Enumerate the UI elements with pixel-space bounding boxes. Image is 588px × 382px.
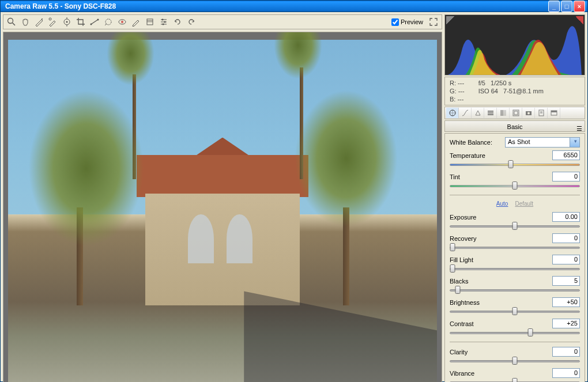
exposure-slider[interactable] xyxy=(450,222,580,230)
preview-checkbox-input[interactable] xyxy=(391,18,399,26)
svg-rect-25 xyxy=(488,112,493,114)
contrast-slider[interactable] xyxy=(450,329,580,337)
tab-detail[interactable] xyxy=(472,108,484,118)
rgb-b: B: --- xyxy=(450,96,465,103)
svg-point-22 xyxy=(163,24,164,25)
clarity-row: Clarity0 xyxy=(450,347,580,365)
vibrance-row: Vibrance0 xyxy=(450,368,580,382)
highlight-clip-icon[interactable] xyxy=(575,16,583,24)
svg-point-21 xyxy=(164,21,166,23)
panel-header: Basic ☰ xyxy=(444,120,585,132)
camera-raw-window: Camera Raw 5.5 - Sony DSC-F828 _ □ × xyxy=(0,0,588,382)
white-balance-tool-icon[interactable] xyxy=(33,16,46,28)
svg-point-0 xyxy=(8,18,13,24)
graduated-filter-icon[interactable] xyxy=(144,16,156,28)
left-column: Preview − + 24% DSC02631.SRF xyxy=(3,14,442,382)
clarity-slider[interactable] xyxy=(450,357,580,365)
recovery-slider[interactable] xyxy=(450,244,580,252)
aperture: f/5 xyxy=(478,80,485,86)
temperature-row: Temperature6550 xyxy=(450,150,580,169)
svg-point-3 xyxy=(49,18,51,20)
brightness-value[interactable]: +50 xyxy=(552,297,580,307)
svg-point-32 xyxy=(527,112,530,115)
clarity-value[interactable]: 0 xyxy=(552,347,580,357)
svg-rect-28 xyxy=(503,110,506,116)
rotate-ccw-icon[interactable] xyxy=(171,16,184,28)
histogram[interactable] xyxy=(444,14,585,75)
white-balance-select[interactable]: As Shot xyxy=(505,137,580,147)
spot-removal-icon[interactable] xyxy=(102,16,115,28)
tab-split[interactable] xyxy=(497,108,510,118)
panel-tabs xyxy=(444,107,585,119)
window-title: Camera Raw 5.5 - Sony DSC-F828 xyxy=(3,2,547,10)
right-panel: R: --- G: --- B: --- f/5 1/250 s ISO 64 … xyxy=(444,14,585,382)
vibrance-slider[interactable] xyxy=(450,379,580,382)
tint-slider[interactable] xyxy=(450,182,580,190)
temperature-value[interactable]: 6550 xyxy=(552,150,580,160)
fullscreen-icon[interactable] xyxy=(427,16,440,28)
recovery-row: Recovery0 xyxy=(450,233,580,252)
svg-point-2 xyxy=(42,18,43,20)
svg-point-10 xyxy=(97,19,99,21)
tab-curve[interactable] xyxy=(459,108,472,118)
preview-checkbox[interactable]: Preview xyxy=(391,18,423,26)
adjustment-brush-icon[interactable] xyxy=(130,16,142,28)
rgb-g: G: --- xyxy=(450,88,465,94)
redeye-tool-icon[interactable] xyxy=(116,16,129,28)
tab-lens[interactable] xyxy=(510,108,522,118)
shutter: 1/250 s xyxy=(491,80,511,86)
brightness-slider[interactable] xyxy=(450,308,580,316)
svg-rect-26 xyxy=(488,114,493,115)
default-link[interactable]: Default xyxy=(515,201,533,207)
toolbar: Preview xyxy=(3,14,442,29)
exif-info: R: --- G: --- B: --- f/5 1/250 s ISO 64 … xyxy=(444,77,585,105)
fill-value[interactable]: 0 xyxy=(552,255,580,264)
contrast-row: Contrast+25 xyxy=(450,319,580,337)
straighten-tool-icon[interactable] xyxy=(88,16,101,28)
tab-snapshot[interactable] xyxy=(548,108,560,118)
svg-point-9 xyxy=(91,24,92,25)
titlebar[interactable]: Camera Raw 5.5 - Sony DSC-F828 _ □ × xyxy=(1,1,587,12)
wb-label: White Balance: xyxy=(450,139,502,146)
panel-title: Basic xyxy=(507,123,523,130)
panel-menu-icon[interactable]: ☰ xyxy=(576,123,582,134)
targeted-adjustment-icon[interactable] xyxy=(61,16,73,28)
preferences-icon[interactable] xyxy=(157,16,170,28)
zoom-tool-icon[interactable] xyxy=(5,16,18,28)
hand-tool-icon[interactable] xyxy=(19,16,32,28)
maximize-button[interactable]: □ xyxy=(561,1,572,12)
svg-line-1 xyxy=(13,23,16,26)
recovery-value[interactable]: 0 xyxy=(552,233,580,243)
iso: ISO 64 xyxy=(478,88,498,94)
close-button[interactable]: × xyxy=(574,1,585,12)
exposure-value[interactable]: 0.00 xyxy=(552,212,580,222)
exposure-row: Exposure0.00 xyxy=(450,212,580,230)
tab-basic[interactable] xyxy=(446,108,459,118)
tab-hsl[interactable] xyxy=(484,108,497,118)
svg-line-8 xyxy=(91,20,98,24)
blacks-slider[interactable] xyxy=(450,286,580,294)
vibrance-value[interactable]: 0 xyxy=(552,368,580,378)
crop-tool-icon[interactable] xyxy=(74,16,87,28)
contrast-value[interactable]: +25 xyxy=(552,319,580,328)
svg-rect-30 xyxy=(514,111,518,115)
image-preview-area[interactable] xyxy=(3,32,442,382)
fill-slider[interactable] xyxy=(450,265,580,273)
fill-row: Fill Light0 xyxy=(450,255,580,273)
photo-preview xyxy=(8,40,438,382)
minimize-button[interactable]: _ xyxy=(548,1,560,12)
tab-preset[interactable] xyxy=(535,108,548,118)
blacks-value[interactable]: 5 xyxy=(552,276,580,286)
tint-value[interactable]: 0 xyxy=(552,172,580,181)
rotate-cw-icon[interactable] xyxy=(185,16,198,28)
lens: 7-51@8.1 mm xyxy=(503,88,544,94)
blacks-row: Blacks5 xyxy=(450,276,580,294)
color-sampler-tool-icon[interactable] xyxy=(47,16,59,28)
svg-rect-24 xyxy=(488,111,493,112)
auto-link[interactable]: Auto xyxy=(496,201,508,207)
body: Preview − + 24% DSC02631.SRF xyxy=(1,12,587,382)
temperature-slider[interactable] xyxy=(450,161,580,169)
rgb-r: R: --- xyxy=(450,80,465,86)
shadow-clip-icon[interactable] xyxy=(446,16,454,24)
tab-camera[interactable] xyxy=(522,108,535,118)
